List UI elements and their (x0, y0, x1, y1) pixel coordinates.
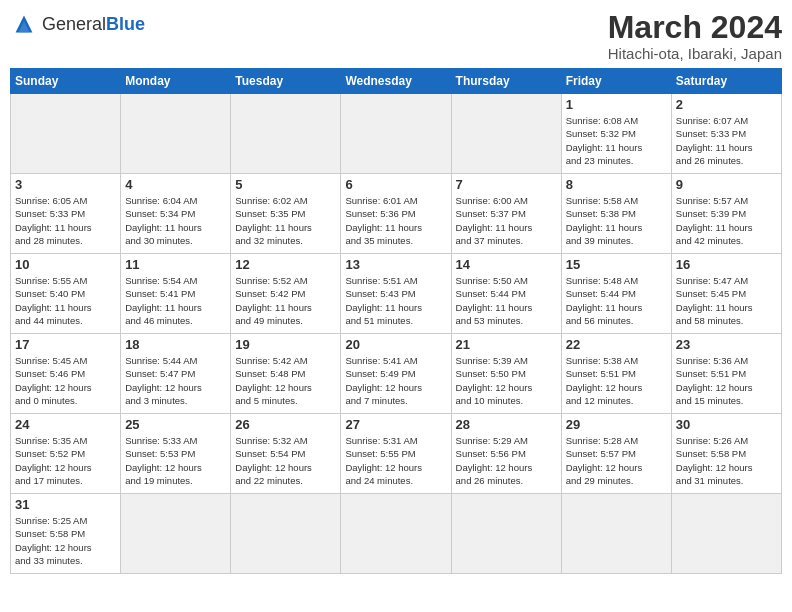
day-info: Sunrise: 5:54 AM Sunset: 5:41 PM Dayligh… (125, 274, 226, 327)
day-number: 5 (235, 177, 336, 192)
day-info: Sunrise: 5:33 AM Sunset: 5:53 PM Dayligh… (125, 434, 226, 487)
week-row-2: 10Sunrise: 5:55 AM Sunset: 5:40 PM Dayli… (11, 254, 782, 334)
weekday-header-sunday: Sunday (11, 69, 121, 94)
calendar-cell-7: 7Sunrise: 6:00 AM Sunset: 5:37 PM Daylig… (451, 174, 561, 254)
day-info: Sunrise: 5:41 AM Sunset: 5:49 PM Dayligh… (345, 354, 446, 407)
day-info: Sunrise: 5:31 AM Sunset: 5:55 PM Dayligh… (345, 434, 446, 487)
day-info: Sunrise: 6:00 AM Sunset: 5:37 PM Dayligh… (456, 194, 557, 247)
week-row-1: 3Sunrise: 6:05 AM Sunset: 5:33 PM Daylig… (11, 174, 782, 254)
calendar-cell-empty (121, 94, 231, 174)
day-number: 15 (566, 257, 667, 272)
weekday-header-friday: Friday (561, 69, 671, 94)
day-number: 11 (125, 257, 226, 272)
day-number: 21 (456, 337, 557, 352)
day-info: Sunrise: 5:57 AM Sunset: 5:39 PM Dayligh… (676, 194, 777, 247)
day-number: 6 (345, 177, 446, 192)
calendar-cell-17: 17Sunrise: 5:45 AM Sunset: 5:46 PM Dayli… (11, 334, 121, 414)
day-info: Sunrise: 5:36 AM Sunset: 5:51 PM Dayligh… (676, 354, 777, 407)
day-number: 25 (125, 417, 226, 432)
weekday-header-wednesday: Wednesday (341, 69, 451, 94)
calendar-title-area: March 2024 Hitachi-ota, Ibaraki, Japan (608, 10, 782, 62)
day-number: 10 (15, 257, 116, 272)
day-number: 22 (566, 337, 667, 352)
week-row-4: 24Sunrise: 5:35 AM Sunset: 5:52 PM Dayli… (11, 414, 782, 494)
day-number: 7 (456, 177, 557, 192)
day-info: Sunrise: 5:35 AM Sunset: 5:52 PM Dayligh… (15, 434, 116, 487)
day-info: Sunrise: 6:04 AM Sunset: 5:34 PM Dayligh… (125, 194, 226, 247)
day-number: 3 (15, 177, 116, 192)
calendar-cell-29: 29Sunrise: 5:28 AM Sunset: 5:57 PM Dayli… (561, 414, 671, 494)
day-number: 17 (15, 337, 116, 352)
day-number: 31 (15, 497, 116, 512)
calendar-cell-27: 27Sunrise: 5:31 AM Sunset: 5:55 PM Dayli… (341, 414, 451, 494)
calendar-cell-26: 26Sunrise: 5:32 AM Sunset: 5:54 PM Dayli… (231, 414, 341, 494)
calendar-cell-13: 13Sunrise: 5:51 AM Sunset: 5:43 PM Dayli… (341, 254, 451, 334)
day-info: Sunrise: 6:05 AM Sunset: 5:33 PM Dayligh… (15, 194, 116, 247)
day-number: 13 (345, 257, 446, 272)
day-info: Sunrise: 5:29 AM Sunset: 5:56 PM Dayligh… (456, 434, 557, 487)
calendar-cell-22: 22Sunrise: 5:38 AM Sunset: 5:51 PM Dayli… (561, 334, 671, 414)
day-number: 19 (235, 337, 336, 352)
day-info: Sunrise: 5:44 AM Sunset: 5:47 PM Dayligh… (125, 354, 226, 407)
calendar-cell-2: 2Sunrise: 6:07 AM Sunset: 5:33 PM Daylig… (671, 94, 781, 174)
calendar-cell-21: 21Sunrise: 5:39 AM Sunset: 5:50 PM Dayli… (451, 334, 561, 414)
day-number: 26 (235, 417, 336, 432)
calendar-cell-1: 1Sunrise: 6:08 AM Sunset: 5:32 PM Daylig… (561, 94, 671, 174)
calendar-cell-4: 4Sunrise: 6:04 AM Sunset: 5:34 PM Daylig… (121, 174, 231, 254)
calendar-cell-empty (671, 494, 781, 574)
day-number: 8 (566, 177, 667, 192)
day-info: Sunrise: 5:32 AM Sunset: 5:54 PM Dayligh… (235, 434, 336, 487)
calendar-table: SundayMondayTuesdayWednesdayThursdayFrid… (10, 68, 782, 574)
calendar-cell-empty (341, 94, 451, 174)
generalblue-icon (10, 10, 38, 38)
weekday-header-row: SundayMondayTuesdayWednesdayThursdayFrid… (11, 69, 782, 94)
calendar-cell-10: 10Sunrise: 5:55 AM Sunset: 5:40 PM Dayli… (11, 254, 121, 334)
weekday-header-saturday: Saturday (671, 69, 781, 94)
calendar-cell-empty (231, 94, 341, 174)
day-info: Sunrise: 6:02 AM Sunset: 5:35 PM Dayligh… (235, 194, 336, 247)
day-number: 2 (676, 97, 777, 112)
day-number: 24 (15, 417, 116, 432)
day-number: 28 (456, 417, 557, 432)
day-info: Sunrise: 5:55 AM Sunset: 5:40 PM Dayligh… (15, 274, 116, 327)
month-year-title: March 2024 (608, 10, 782, 45)
day-info: Sunrise: 5:51 AM Sunset: 5:43 PM Dayligh… (345, 274, 446, 327)
day-number: 30 (676, 417, 777, 432)
day-number: 14 (456, 257, 557, 272)
day-number: 16 (676, 257, 777, 272)
logo: GeneralBlue (10, 10, 145, 38)
weekday-header-tuesday: Tuesday (231, 69, 341, 94)
day-info: Sunrise: 5:48 AM Sunset: 5:44 PM Dayligh… (566, 274, 667, 327)
day-number: 23 (676, 337, 777, 352)
calendar-cell-5: 5Sunrise: 6:02 AM Sunset: 5:35 PM Daylig… (231, 174, 341, 254)
calendar-cell-31: 31Sunrise: 5:25 AM Sunset: 5:58 PM Dayli… (11, 494, 121, 574)
day-info: Sunrise: 6:07 AM Sunset: 5:33 PM Dayligh… (676, 114, 777, 167)
calendar-cell-16: 16Sunrise: 5:47 AM Sunset: 5:45 PM Dayli… (671, 254, 781, 334)
calendar-cell-11: 11Sunrise: 5:54 AM Sunset: 5:41 PM Dayli… (121, 254, 231, 334)
weekday-header-thursday: Thursday (451, 69, 561, 94)
day-info: Sunrise: 5:52 AM Sunset: 5:42 PM Dayligh… (235, 274, 336, 327)
calendar-cell-18: 18Sunrise: 5:44 AM Sunset: 5:47 PM Dayli… (121, 334, 231, 414)
calendar-cell-3: 3Sunrise: 6:05 AM Sunset: 5:33 PM Daylig… (11, 174, 121, 254)
day-info: Sunrise: 5:58 AM Sunset: 5:38 PM Dayligh… (566, 194, 667, 247)
calendar-cell-23: 23Sunrise: 5:36 AM Sunset: 5:51 PM Dayli… (671, 334, 781, 414)
calendar-cell-empty (121, 494, 231, 574)
calendar-cell-28: 28Sunrise: 5:29 AM Sunset: 5:56 PM Dayli… (451, 414, 561, 494)
day-info: Sunrise: 5:50 AM Sunset: 5:44 PM Dayligh… (456, 274, 557, 327)
calendar-cell-14: 14Sunrise: 5:50 AM Sunset: 5:44 PM Dayli… (451, 254, 561, 334)
day-number: 1 (566, 97, 667, 112)
day-info: Sunrise: 5:28 AM Sunset: 5:57 PM Dayligh… (566, 434, 667, 487)
calendar-cell-30: 30Sunrise: 5:26 AM Sunset: 5:58 PM Dayli… (671, 414, 781, 494)
week-row-5: 31Sunrise: 5:25 AM Sunset: 5:58 PM Dayli… (11, 494, 782, 574)
day-number: 9 (676, 177, 777, 192)
calendar-cell-empty (231, 494, 341, 574)
weekday-header-monday: Monday (121, 69, 231, 94)
day-info: Sunrise: 5:47 AM Sunset: 5:45 PM Dayligh… (676, 274, 777, 327)
calendar-cell-empty (561, 494, 671, 574)
day-info: Sunrise: 5:42 AM Sunset: 5:48 PM Dayligh… (235, 354, 336, 407)
calendar-cell-19: 19Sunrise: 5:42 AM Sunset: 5:48 PM Dayli… (231, 334, 341, 414)
day-number: 29 (566, 417, 667, 432)
calendar-cell-9: 9Sunrise: 5:57 AM Sunset: 5:39 PM Daylig… (671, 174, 781, 254)
day-info: Sunrise: 5:39 AM Sunset: 5:50 PM Dayligh… (456, 354, 557, 407)
calendar-cell-12: 12Sunrise: 5:52 AM Sunset: 5:42 PM Dayli… (231, 254, 341, 334)
